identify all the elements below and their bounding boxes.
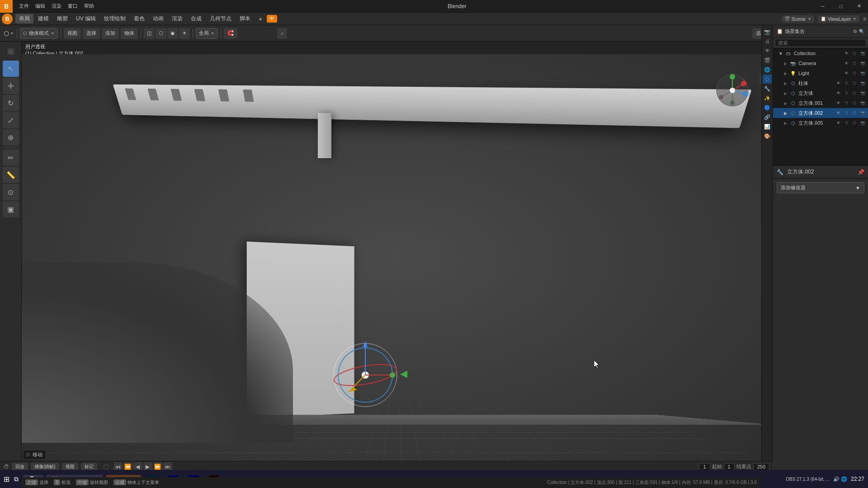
cube-render[interactable]: 📷 — [859, 89, 866, 97]
properties-editor-type[interactable]: 🔧 — [777, 169, 783, 175]
close-button[interactable]: ✕ — [850, 0, 868, 13]
scene-selector[interactable]: 🎬 Scene ▼ — [782, 15, 814, 23]
filter-icon[interactable]: ≡ — [863, 16, 866, 22]
viewlayer-selector[interactable]: 📋 ViewLayer ▼ — [818, 15, 859, 23]
light-render[interactable]: 📷 — [859, 70, 866, 77]
cube-visibility[interactable]: 👁 — [835, 89, 842, 97]
cube001-filter[interactable]: ▽ — [843, 99, 850, 107]
cube005-visibility[interactable]: 👁 — [835, 119, 842, 127]
prop-icon-physics[interactable]: 🔵 — [763, 103, 772, 112]
tool-transform[interactable]: ⊕ — [3, 129, 19, 145]
menu-render[interactable]: 渲染 — [49, 2, 64, 10]
prop-icon-render[interactable]: 📷 — [763, 27, 772, 36]
cube002-filter[interactable]: ▽ — [843, 109, 850, 117]
view-panel-toggle[interactable]: ⬡ — [3, 43, 19, 60]
outliner-search-input[interactable] — [775, 39, 866, 47]
outliner-row-camera[interactable]: ▶ 📷 Camera 👁 ⬡ 📷 — [773, 58, 868, 68]
start-button[interactable]: ⊞ — [4, 475, 9, 483]
cylinder-render[interactable]: 📷 — [859, 80, 866, 87]
tool-select[interactable]: ↖ — [3, 61, 19, 77]
workspace-tab-scripting[interactable]: 脚本 — [236, 14, 254, 23]
workspace-tab-animation[interactable]: 动画 — [149, 14, 167, 23]
tool-move[interactable]: ✛ — [3, 78, 19, 94]
xray-toggle[interactable]: ◫ — [144, 28, 155, 39]
prop-icon-particles[interactable]: ✨ — [763, 94, 772, 103]
workspace-tab-shading[interactable]: 着色 — [130, 14, 148, 23]
prop-icon-constraints[interactable]: 🔗 — [763, 113, 772, 122]
editor-type-button[interactable]: ⬡ ▼ — [4, 30, 14, 37]
outliner-editor-type[interactable]: 📋 — [777, 28, 783, 34]
outliner-row-cylinder[interactable]: ▶ ⬡ 柱体 👁 ▽ ⬡ 📷 — [773, 78, 868, 88]
properties-pin-icon[interactable]: 📌 — [858, 169, 864, 175]
workspace-tab-texture-paint[interactable]: 纹理绘制 — [100, 14, 129, 23]
start-frame-input[interactable]: 1 — [724, 463, 735, 470]
light-visibility[interactable]: 👁 — [843, 70, 850, 77]
view-menu-button[interactable]: 视图 — [64, 28, 81, 39]
cube005-filter[interactable]: ▽ — [843, 119, 850, 127]
timeline-editor-type[interactable]: ⏱ — [4, 464, 9, 470]
display-mode-material[interactable]: ◉ — [167, 28, 178, 39]
outliner-row-collection[interactable]: ▼ 🗃 Collection 👁 ⬡ 📷 — [773, 48, 868, 58]
workspace-tab-modeling[interactable]: 建模 — [34, 14, 52, 23]
cylinder-viewport[interactable]: ⬡ — [851, 80, 858, 87]
object-menu-button[interactable]: 物体 — [121, 28, 138, 39]
collection-viewport[interactable]: ⬡ — [851, 50, 858, 57]
cube-filter[interactable]: ▽ — [843, 89, 850, 97]
prop-icon-scene[interactable]: 🎬 — [763, 56, 772, 65]
prop-icon-modifier[interactable]: 🔧 — [763, 84, 772, 93]
prop-icon-view[interactable]: 👁 — [763, 46, 772, 55]
snap-toggle[interactable]: 🧲 — [224, 28, 237, 39]
cube001-viewport[interactable]: ⬡ — [851, 99, 858, 107]
global-orientation[interactable]: 全局 ▼ — [196, 28, 218, 39]
cube001-render[interactable]: 📷 — [859, 99, 866, 107]
workspace-tab-sculpt[interactable]: 雕塑 — [53, 14, 71, 23]
end-frame-input[interactable]: 250 — [753, 463, 769, 470]
menu-edit[interactable]: 编辑 — [33, 2, 48, 10]
timeline-capture-label[interactable]: 捕像(插帧) — [31, 463, 59, 471]
outliner-filter[interactable]: ⚙ — [853, 29, 857, 34]
viewport-3d-area[interactable]: ⬡ 用户透视 (1) Collection | 立方体.002 — [22, 42, 773, 461]
prop-icon-world[interactable]: 🌐 — [763, 65, 772, 74]
cube005-viewport[interactable]: ⬡ — [851, 119, 858, 127]
current-frame-input[interactable]: 1 — [699, 463, 710, 470]
camera-visibility[interactable]: 👁 — [843, 60, 850, 67]
viewport-3d-content[interactable]: X Y Z 🔍 ✋ ↻ 📷 ⛶ ▷ — [22, 54, 773, 461]
display-mode-solid[interactable]: ⬡ — [156, 28, 166, 39]
display-mode-render[interactable]: ☀ — [179, 28, 190, 39]
navigation-gizmo[interactable]: X Y Z — [714, 72, 750, 110]
cube002-viewport[interactable]: ⬡ — [851, 109, 858, 117]
cube001-visibility[interactable]: 👁 — [835, 99, 842, 107]
record-toggle[interactable] — [104, 464, 109, 469]
prop-icon-object[interactable]: ⬡ — [763, 75, 772, 84]
maximize-button[interactable]: □ — [832, 0, 850, 13]
timeline-mark-label[interactable]: 标记 — [81, 463, 97, 471]
tool-cursor[interactable]: ⊙ — [3, 184, 19, 200]
select-menu-button[interactable]: 选择 — [83, 28, 100, 39]
timeline-mode-label[interactable]: 回放 — [12, 463, 28, 471]
cylinder-filter[interactable]: ▽ — [843, 80, 850, 87]
workspace-tab-geometry-nodes[interactable]: 几何节点 — [206, 14, 235, 23]
tool-annotate[interactable]: ✏ — [3, 150, 19, 166]
workspace-tab-layout[interactable]: 布局 — [15, 14, 33, 23]
cylinder-visibility[interactable]: 👁 — [835, 80, 842, 87]
cube002-render[interactable]: 📷 — [859, 109, 866, 117]
cube002-visibility[interactable]: 👁 — [835, 109, 842, 117]
add-menu-button[interactable]: 添加 — [102, 28, 119, 39]
tool-box[interactable]: ▣ — [3, 201, 19, 217]
outliner-row-cube[interactable]: ▶ ⬡ 立方体 👁 ▽ ⬡ 📷 — [773, 88, 868, 98]
cube005-render[interactable]: 📷 — [859, 119, 866, 127]
prop-icon-output[interactable]: 🖨 — [763, 37, 772, 46]
menu-window[interactable]: 窗口 — [65, 2, 80, 10]
prop-icon-data[interactable]: 📊 — [763, 122, 772, 131]
tool-measure[interactable]: 📏 — [3, 167, 19, 183]
camera-render[interactable]: 📷 — [859, 60, 866, 67]
outliner-row-light[interactable]: ▶ 💡 Light 👁 ⬡ 📷 — [773, 68, 868, 78]
tool-rotate[interactable]: ↻ — [3, 95, 19, 111]
cube-viewport[interactable]: ⬡ — [851, 89, 858, 97]
add-workspace-button[interactable]: + — [255, 14, 266, 23]
minimize-button[interactable]: ─ — [814, 0, 832, 13]
camera-viewport[interactable]: ⬡ — [851, 60, 858, 67]
menu-help[interactable]: 帮助 — [81, 2, 97, 10]
outliner-row-cube005[interactable]: ▶ ⬡ 立方体.005 👁 ▽ ⬡ 📷 — [773, 118, 868, 128]
workspace-tab-uv[interactable]: UV 编辑 — [72, 14, 99, 23]
